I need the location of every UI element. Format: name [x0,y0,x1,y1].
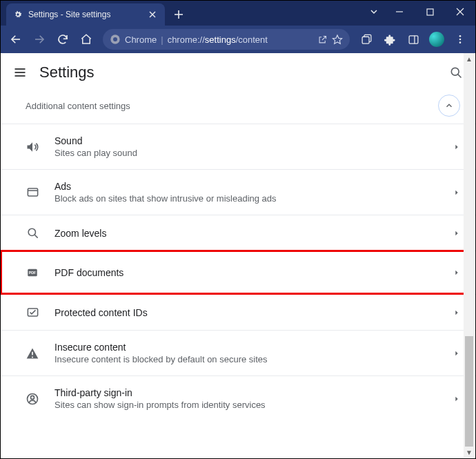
setting-name: Zoom levels [54,228,106,239]
bookmark-star-icon[interactable] [332,34,343,45]
profile-avatar[interactable] [426,28,448,50]
browser-toolbar: Chrome | chrome://settings/content [1,26,475,53]
chrome-logo-icon [110,34,121,45]
omnibox-url: chrome://settings/content [168,35,313,45]
scroll-down-arrow[interactable]: ▼ [464,447,475,458]
sound-icon [26,140,39,154]
scroll-thumb[interactable] [465,336,473,447]
maximize-button[interactable] [415,1,445,23]
svg-text:PDF: PDF [29,271,37,275]
tab-groups-icon[interactable] [355,28,377,50]
svg-point-16 [459,35,462,37]
chrome-menu-button[interactable] [449,28,471,50]
pdf-icon: PDF [26,266,39,279]
setting-desc: Insecure content is blocked by default o… [54,354,438,364]
svg-point-11 [113,37,117,41]
browser-tab[interactable]: Settings - Site settings [6,3,165,26]
setting-name: Sound [54,135,438,146]
zoom-icon [26,226,39,240]
svg-line-23 [458,75,462,78]
ads-icon [26,186,39,199]
setting-name: Insecure content [54,342,438,353]
svg-marker-24 [455,144,457,149]
chevron-right-icon [453,230,460,237]
svg-point-17 [459,39,462,41]
section-header-additional[interactable]: Additional content settings [1,92,475,124]
tab-title: Settings - Site settings [28,10,141,19]
svg-point-38 [31,395,34,399]
chevron-right-icon [453,189,460,196]
svg-marker-35 [455,310,457,315]
settings-appbar: Settings [1,53,475,92]
collapse-section-button[interactable] [438,95,460,117]
setting-row-zoom[interactable]: Zoom levels [1,215,475,251]
address-bar[interactable]: Chrome | chrome://settings/content [103,29,350,50]
close-window-button[interactable] [445,1,475,23]
setting-desc: Sites can show sign-in prompts from iden… [54,400,438,410]
setting-name: Third-party sign-in [54,387,438,398]
protected-content-icon [26,306,39,319]
svg-marker-36 [455,351,457,355]
chevron-right-icon [453,269,460,276]
home-button[interactable] [75,28,97,50]
setting-desc: Sites can play sound [54,148,438,158]
svg-marker-39 [455,396,457,401]
setting-name: Protected content IDs [54,307,148,318]
scroll-up-arrow[interactable]: ▲ [464,53,475,64]
setting-desc: Block ads on sites that show intrusive o… [54,193,438,204]
back-button[interactable] [5,28,27,50]
scrollbar[interactable]: ▲ ▼ [464,53,475,458]
forward-button[interactable] [28,28,50,50]
omnibox-host: Chrome [125,35,157,45]
chevron-right-icon [453,309,460,316]
setting-name: Ads [54,181,438,192]
svg-marker-33 [455,271,457,275]
svg-rect-14 [409,35,418,43]
svg-rect-13 [362,37,369,43]
svg-line-29 [34,235,38,238]
omnibox-divider: | [161,35,163,45]
new-tab-button[interactable] [169,5,188,24]
menu-button[interactable] [13,66,27,79]
share-icon[interactable] [317,35,328,45]
minimize-button[interactable] [384,1,415,23]
svg-point-28 [28,228,35,235]
warning-icon [26,346,39,360]
setting-row-sound[interactable]: Sound Sites can play sound [1,124,475,169]
person-icon [26,392,39,406]
tab-search-button[interactable] [364,1,384,23]
chevron-right-icon [453,144,460,150]
side-panel-icon[interactable] [402,28,424,50]
chevron-right-icon [453,395,460,402]
close-tab-button[interactable] [147,9,158,20]
page-title: Settings [39,64,437,81]
svg-point-22 [451,68,459,75]
setting-row-ads[interactable]: Ads Block ads on sites that show intrusi… [1,169,475,215]
search-settings-button[interactable] [449,66,463,79]
window-titlebar: Settings - Site settings [1,1,475,26]
setting-row-protected[interactable]: Protected content IDs [1,294,475,330]
svg-rect-25 [28,188,37,196]
reload-button[interactable] [52,28,74,50]
svg-rect-5 [427,9,433,15]
svg-marker-27 [455,190,457,195]
settings-page: Settings Additional content settings Sou… [1,53,475,458]
window-controls [364,1,475,26]
gear-icon [13,10,23,19]
svg-marker-30 [455,231,457,235]
setting-row-pdf[interactable]: PDF PDF documents [1,251,475,294]
section-header-label: Additional content settings [26,101,438,111]
svg-marker-12 [333,35,341,43]
setting-row-thirdparty[interactable]: Third-party sign-in Sites can show sign-… [1,375,475,421]
setting-name: PDF documents [54,267,123,278]
setting-row-insecure[interactable]: Insecure content Insecure content is blo… [1,330,475,375]
svg-point-18 [459,41,462,43]
settings-content: Additional content settings Sound Sites … [1,92,475,458]
chevron-right-icon [453,350,460,357]
extensions-icon[interactable] [379,28,401,50]
